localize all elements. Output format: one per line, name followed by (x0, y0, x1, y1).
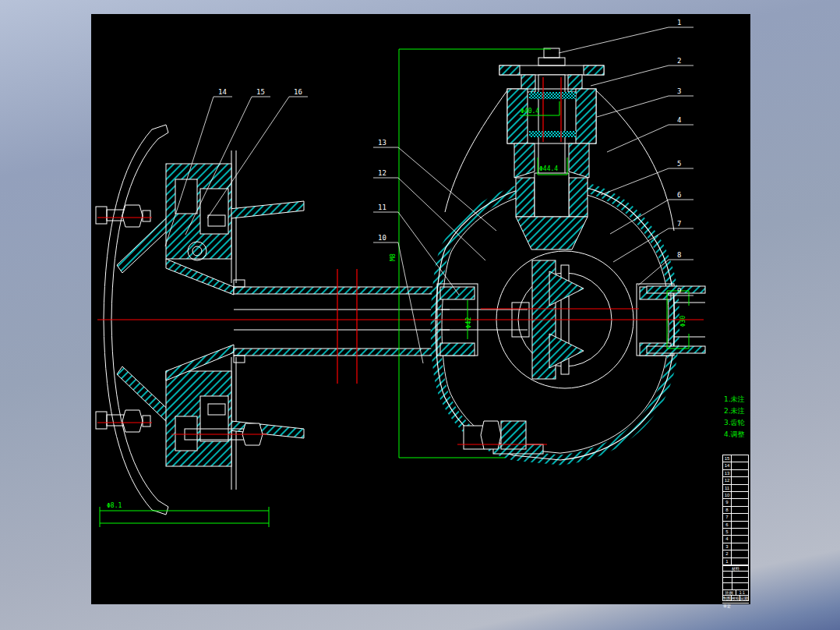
bom-row: 15 (723, 455, 748, 462)
bom-item-number: 8 (723, 507, 732, 513)
cad-viewport[interactable]: Φ40.4 Φ44.4 Φ8.1 Φ42 Φ30 M8 1 2 3 4 5 6 … (91, 14, 750, 604)
title-block-scale-row: 比例1:1 (722, 590, 749, 596)
callout-2: 2 (677, 57, 681, 65)
bom-row: 14 (723, 462, 748, 469)
bom-row: 10 (723, 491, 748, 498)
bom-item-number: 15 (723, 455, 732, 462)
date-label: 日期 (740, 596, 748, 600)
title-block: 材料 比例1:1 制图校核日期 审定 (722, 565, 749, 604)
bom-item-number: 13 (723, 470, 732, 476)
check-label: 校核 (732, 596, 740, 600)
bom-row: 1 (723, 557, 748, 565)
bom-item-number: 3 (723, 543, 732, 550)
bom-item-number: 5 (723, 529, 732, 535)
bom-row: 3 (723, 543, 748, 550)
notes-block: 1.未注 2.未注 3.齿轮 4.调整 (724, 395, 745, 438)
callout-4: 4 (677, 116, 681, 124)
bom-item-number: 2 (723, 550, 732, 557)
dim-right-shaft: Φ30 (679, 316, 686, 327)
bom-row: 11 (723, 484, 748, 491)
title-block-header: 材料 (722, 565, 749, 572)
bom-item-number: 10 (723, 492, 732, 498)
title-block-grid (722, 572, 749, 590)
bom-item-number: 11 (723, 485, 732, 491)
bom-row: 2 (723, 550, 748, 557)
desktop-background: { "drawing": { "callouts_right": ["1","2… (0, 0, 840, 630)
bom-row: 12 (723, 476, 748, 483)
bom-item-number: 6 (723, 522, 732, 528)
bom-item-number: 1 (723, 558, 732, 565)
bom-row: 9 (723, 498, 748, 505)
pinion-assembly (499, 48, 604, 250)
bom-row: 13 (723, 469, 748, 476)
bom-row: 7 (723, 513, 748, 520)
bom-table: 15 14 13 12 11 10 9 8 7 6 5 4 3 2 1 (722, 455, 749, 565)
note-line-3: 3.齿轮 (724, 419, 745, 426)
title-block-sign-row: 制图校核日期 (722, 596, 749, 601)
callout-5: 5 (677, 160, 681, 168)
note-line-4: 4.调整 (724, 430, 745, 438)
callout-6: 6 (677, 191, 681, 199)
dim-pinion-lower: Φ44.4 (539, 165, 558, 172)
bom-row: 8 (723, 506, 748, 513)
cad-drawing: Φ40.4 Φ44.4 Φ8.1 Φ42 Φ30 M8 1 2 3 4 5 6 … (91, 14, 750, 604)
bom-item-number: 7 (723, 514, 732, 520)
callout-12: 12 (378, 169, 386, 177)
callout-15: 15 (256, 88, 265, 96)
dim-hub-width: Φ8.1 (107, 502, 122, 509)
bom-row: 5 (723, 528, 748, 535)
callout-10: 10 (378, 234, 386, 242)
callout-13: 13 (378, 139, 386, 147)
note-line-1: 1.未注 (724, 395, 745, 403)
title-block-bottom-row: 审定 (722, 603, 749, 609)
dim-mid-small: M8 (390, 253, 397, 261)
scale-label: 比例 (723, 590, 736, 595)
callout-11: 11 (378, 204, 386, 211)
bom-item-number: 14 (723, 462, 732, 469)
bom-item-number: 12 (723, 477, 732, 483)
bom-row: 4 (723, 535, 748, 542)
dim-pinion-top: Φ40.4 (521, 108, 539, 115)
bom-item-number: 9 (723, 499, 732, 505)
bom-item-number: 4 (723, 536, 732, 542)
callout-16: 16 (294, 88, 302, 96)
callout-1: 1 (677, 19, 681, 27)
callout-numbers: 1 2 3 4 5 6 7 8 9 13 12 11 10 14 15 16 (218, 19, 681, 295)
dim-axle-center: Φ42 (465, 317, 472, 329)
callout-7: 7 (677, 220, 681, 228)
note-line-2: 2.未注 (724, 407, 745, 415)
callout-14: 14 (218, 88, 227, 96)
callout-8: 8 (677, 251, 681, 259)
axle-shaft (234, 280, 450, 363)
callout-3: 3 (677, 87, 681, 95)
callout-9: 9 (677, 287, 681, 295)
approve-label: 审定 (722, 603, 731, 609)
draw-label: 制图 (723, 596, 732, 600)
scale-value: 1:1 (736, 590, 749, 595)
bom-row: 6 (723, 521, 748, 528)
